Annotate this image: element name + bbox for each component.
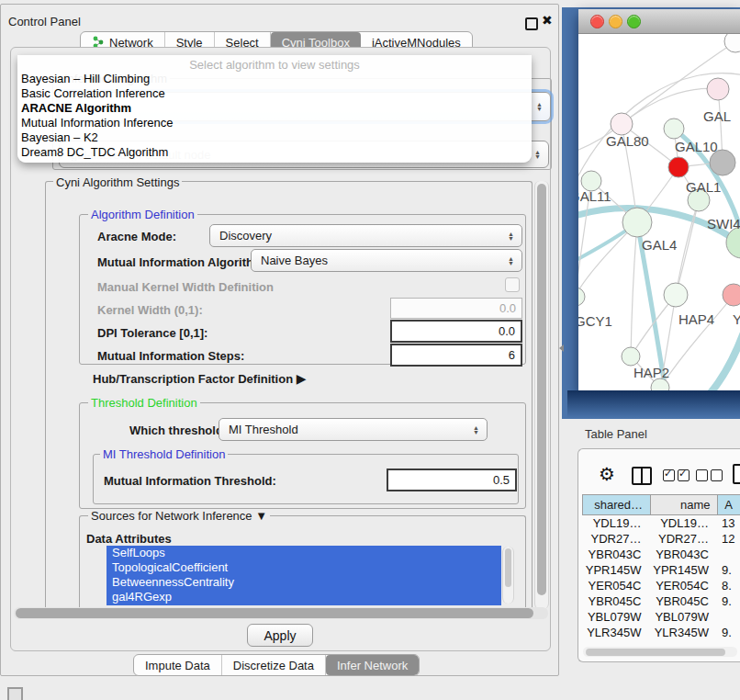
dropdown-item[interactable]: Dream8 DC_TDC Algorithm (17, 145, 532, 160)
mi-algorithm-type-combo[interactable]: Naive Bayes▲▼ (251, 249, 522, 272)
table-row[interactable]: YER054CYER054C8. (583, 578, 740, 593)
tab-label: Impute Data (145, 659, 210, 672)
export-table-icon[interactable] (733, 464, 740, 484)
network-view-window[interactable]: GALGAL80GAL10GAL1GAL11GAL4SWI4GCY1HAP4YH… (578, 9, 740, 390)
algorithm-definition-title: Algorithm Definition (88, 208, 197, 221)
apply-button[interactable]: Apply (247, 624, 313, 647)
table-cell: 9. (718, 625, 740, 638)
splitter-collapse-handle[interactable] (559, 344, 564, 352)
dropdown-item[interactable]: Bayesian – Hill Climbing (17, 72, 532, 86)
network-node-label: SWI4 (707, 216, 740, 231)
dropdown-item[interactable]: Bayesian – K2 (17, 130, 532, 145)
table-cell: YBL079W (650, 609, 718, 625)
table-column-header[interactable]: name (650, 495, 718, 515)
kernel-width-field[interactable]: 0.0 (390, 298, 522, 319)
dropdown-item[interactable]: Mutual Information Inference (17, 116, 532, 130)
table-cell: YLR345W (650, 625, 718, 638)
table-horizontal-scrollbar[interactable] (583, 647, 737, 657)
window-shadow (567, 390, 740, 418)
attribute-list-item[interactable]: SelfLoops (107, 546, 501, 560)
hide-columns-icon[interactable] (696, 469, 723, 481)
network-node[interactable] (707, 78, 729, 100)
dropdown-item[interactable]: Basic Correlation Inference (17, 86, 532, 101)
dropdown-item[interactable]: ARACNE Algorithm (17, 101, 532, 116)
network-node[interactable] (664, 283, 688, 307)
manual-kernel-width-checkbox[interactable] (505, 277, 520, 292)
hub-definition-toggle[interactable]: Hub/Transcription Factor Definition ▶ (93, 371, 307, 386)
control-panel-title: Control Panel (8, 15, 81, 28)
table-panel-window: ⚙ shared…nameAYDL19…YDL19…13YDR27…YDR27…… (577, 448, 740, 662)
columns-icon[interactable] (632, 467, 652, 485)
network-node[interactable] (668, 157, 689, 177)
table-cell: 9. (718, 593, 740, 609)
network-node-label: GAL80 (606, 133, 649, 149)
network-node[interactable] (664, 119, 684, 139)
network-node[interactable] (611, 113, 633, 135)
network-node[interactable] (726, 227, 740, 258)
network-edge[interactable] (631, 222, 637, 356)
manual-kernel-width-label: Manual Kernel Width Definition (97, 280, 274, 294)
table-row[interactable]: YBL079WYBL079W (583, 609, 740, 625)
mi-steps-field[interactable]: 6 (390, 344, 522, 367)
network-node[interactable] (724, 34, 740, 52)
minimize-traffic-icon[interactable] (609, 15, 622, 28)
network-window-titlebar[interactable] (578, 9, 740, 34)
tab-infer-network[interactable]: Infer Network (326, 655, 419, 675)
attribute-list-item[interactable]: gal4RGexp (107, 590, 501, 604)
network-canvas[interactable]: GALGAL80GAL10GAL1GAL11GAL4SWI4GCY1HAP4YH… (578, 34, 740, 390)
gear-icon[interactable]: ⚙ (599, 463, 615, 485)
network-node-label: GAL10 (675, 139, 718, 154)
top-gap (562, 0, 740, 7)
zoom-traffic-icon[interactable] (627, 15, 641, 28)
minimized-window-icon[interactable] (7, 687, 23, 700)
table-cell: YLR345W (583, 625, 651, 638)
show-columns-icon[interactable] (663, 469, 690, 481)
mi-threshold-field[interactable]: 0.5 (387, 469, 517, 491)
network-node[interactable] (622, 347, 640, 366)
dpi-tolerance-label: DPI Tolerance [0,1]: (97, 326, 207, 340)
table-cell: YBR045C (583, 593, 651, 609)
float-window-icon[interactable] (525, 17, 538, 30)
tab-impute-data[interactable]: Impute Data (134, 655, 222, 675)
settings-vertical-scrollbar[interactable] (534, 181, 549, 609)
close-traffic-icon[interactable] (590, 15, 604, 28)
aracne-mode-combo[interactable]: Discovery▲▼ (209, 224, 522, 247)
which-threshold-value: MI Threshold (229, 423, 298, 436)
table-column-header[interactable]: shared… (583, 495, 651, 515)
attribute-list-item[interactable]: TopologicalCoefficient (107, 560, 501, 575)
close-icon[interactable]: ✖ (542, 13, 553, 28)
table-cell: YBR045C (650, 593, 718, 609)
table-cell: YER054C (650, 578, 718, 593)
sources-title[interactable]: Sources for Network Inference ▼ (88, 509, 270, 523)
table-row[interactable]: YBR043CYBR043C (583, 547, 740, 562)
attribute-list-item[interactable]: BetweennessCentrality (107, 575, 501, 590)
network-node-label: GAL1 (686, 179, 721, 195)
which-threshold-combo[interactable]: MI Threshold▲▼ (219, 418, 488, 441)
table-cell (718, 609, 740, 625)
network-node-label: GAL11 (578, 188, 611, 204)
table-row[interactable]: YLR345WYLR345W9. (583, 625, 740, 638)
dpi-tolerance-field[interactable]: 0.0 (390, 320, 522, 343)
settings-horizontal-scrollbar[interactable] (14, 607, 548, 619)
network-node-label: GAL4 (642, 237, 677, 253)
table-row[interactable]: YDR27…YDR27…12 (583, 531, 740, 547)
aracne-mode-value: Discovery (219, 229, 272, 243)
node-table[interactable]: shared…nameAYDL19…YDL19…13YDR27…YDR27…12… (582, 494, 740, 638)
table-row[interactable]: YBR045CYBR045C9. (583, 593, 740, 609)
network-node[interactable] (723, 284, 740, 306)
table-cell: YBR043C (583, 547, 651, 562)
combo-arrows-icon: ▲▼ (536, 102, 543, 111)
table-cell: YPR145W (650, 562, 718, 578)
table-cell: YDL19… (583, 515, 651, 532)
table-row[interactable]: YPR145WYPR145W9. (583, 562, 740, 578)
network-node[interactable] (578, 288, 585, 306)
table-row[interactable]: YDL19…YDL19…13 (583, 515, 740, 532)
table-cell: 13 (718, 515, 740, 532)
network-node[interactable] (622, 208, 652, 237)
tab-discretize-data[interactable]: Discretize Data (222, 655, 326, 675)
table-column-header[interactable]: A (718, 495, 740, 515)
table-panel-title: Table Panel (585, 427, 647, 441)
network-node-label: HAP2 (633, 365, 669, 380)
data-attributes-list[interactable]: SelfLoopsTopologicalCoefficientBetweenne… (107, 546, 501, 605)
attribute-list-scrollbar[interactable] (502, 547, 514, 604)
